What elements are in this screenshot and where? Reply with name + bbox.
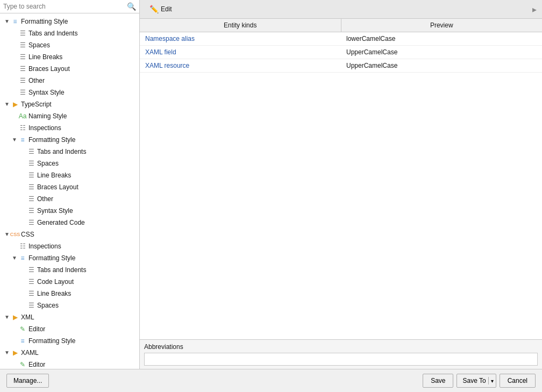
folder-icon: ▶ [11, 348, 19, 357]
folder-icon: ▶ [11, 100, 19, 109]
entity-kind-cell[interactable]: Namespace alias [140, 32, 341, 46]
tree-item-label: Braces Layout [37, 182, 79, 192]
settings-icon: ☰ [27, 171, 35, 180]
arrow-icon: ▼ [3, 99, 11, 109]
tree: ▼ ≡ Formatting Style ☰ Tabs and Indents … [0, 13, 139, 369]
settings-icon: ☰ [27, 206, 35, 215]
cancel-button[interactable]: Cancel [500, 374, 536, 388]
settings-icon: ☰ [27, 266, 35, 274]
arrow-icon: ▼ [3, 348, 11, 358]
settings-icon: ☰ [27, 277, 35, 286]
search-icon: 🔍 [127, 2, 136, 11]
tree-item-spaces-ts[interactable]: ☰ Spaces [0, 158, 139, 169]
settings-icon: ☰ [18, 53, 27, 61]
arrow-icon: ▼ [11, 253, 18, 263]
tree-item-label: Syntax Style [37, 206, 73, 216]
tree-item-label: Line Breaks [28, 52, 62, 62]
search-input[interactable] [3, 3, 125, 10]
tree-item-label: Formatting Style [21, 17, 68, 26]
save-to-label: Save To [462, 377, 486, 384]
tree-item-inspections-css[interactable]: ☷ Inspections [0, 240, 139, 252]
tree-item-other-1[interactable]: ☰ Other [0, 75, 139, 87]
tree-item-tabs-indents-css[interactable]: ☰ Tabs and Indents [0, 264, 139, 276]
tree-item-label: Spaces [28, 40, 50, 50]
tree-item-typescript[interactable]: ▼ ▶ TypeScript [0, 98, 139, 110]
tree-item-label: Editor [28, 360, 45, 369]
table-row[interactable]: Namespace alias lowerCamelCase [140, 32, 542, 46]
settings-icon: ☰ [18, 41, 27, 49]
tree-item-css[interactable]: ▼ CSS CSS [0, 229, 139, 240]
tree-item-label: Line Breaks [37, 289, 71, 298]
settings-icon: ☰ [27, 301, 35, 310]
tree-item-line-breaks-ts[interactable]: ☰ Line Breaks [0, 169, 139, 181]
tree-item-label: Spaces [37, 159, 59, 168]
tree-item-xml[interactable]: ▼ ▶ XML [0, 311, 139, 323]
tree-item-label: Tabs and Indents [37, 147, 86, 156]
tree-item-line-breaks-1[interactable]: ☰ Line Breaks [0, 51, 139, 63]
save-button[interactable]: Save [423, 374, 453, 388]
tree-item-label: XML [21, 312, 34, 322]
tree-item-syntax-style-1[interactable]: ☰ Syntax Style [0, 87, 139, 98]
tree-item-label: Inspections [28, 123, 61, 133]
tree-item-editor-xml[interactable]: ✎ Editor [0, 323, 139, 335]
tree-item-formatting-style-xml[interactable]: ≡ Formatting Style [0, 335, 139, 347]
edit-button[interactable]: ✏️ Edit [145, 3, 176, 15]
entity-kind-cell[interactable]: XAML resource [140, 59, 341, 73]
entity-kind-cell[interactable]: XAML field [140, 46, 341, 59]
format-icon: ≡ [11, 17, 19, 26]
arrow-icon: ▼ [11, 135, 18, 145]
tree-item-label: Generated Code [37, 218, 85, 227]
manage-button[interactable]: Manage... [6, 374, 49, 388]
abbreviations-section: Abbreviations [140, 339, 542, 369]
tree-item-inspections-ts[interactable]: ☷ Inspections [0, 122, 139, 134]
table-container: Entity kinds Preview Namespace alias low… [140, 19, 542, 339]
tree-item-other-ts[interactable]: ☰ Other [0, 193, 139, 205]
tree-item-label: Tabs and Indents [37, 265, 86, 275]
preview-cell: lowerCamelCase [341, 32, 542, 46]
dialog: 🔍 ▼ ≡ Formatting Style ☰ Tabs and Indent… [0, 0, 542, 392]
tree-item-spaces-1[interactable]: ☰ Spaces [0, 39, 139, 51]
tree-item-tabs-indents-1[interactable]: ☰ Tabs and Indents [0, 27, 139, 39]
tree-item-naming-style-ts[interactable]: Aa Naming Style [0, 110, 139, 122]
tree-item-label: TypeScript [21, 99, 52, 109]
left-panel: 🔍 ▼ ≡ Formatting Style ☰ Tabs and Indent… [0, 0, 140, 369]
tree-item-code-layout-css[interactable]: ☰ Code Layout [0, 276, 139, 288]
editor-icon: ✎ [18, 325, 27, 333]
format-icon: ≡ [18, 254, 27, 262]
abbreviations-input[interactable] [144, 353, 538, 366]
abbreviations-label: Abbreviations [144, 343, 538, 351]
collapse-icon: ▸ [532, 4, 537, 15]
save-to-dropdown-arrow[interactable]: ▾ [488, 377, 494, 384]
tree-item-formatting-style-1[interactable]: ▼ ≡ Formatting Style [0, 16, 139, 27]
bottom-bar: Manage... Save Save To ▾ Cancel [0, 369, 542, 392]
tree-item-label: Code Layout [37, 277, 74, 287]
settings-icon: ☰ [18, 65, 27, 73]
save-to-button[interactable]: Save To ▾ [457, 374, 496, 388]
arrow-icon: ▼ [3, 312, 11, 322]
tree-item-label: Inspections [28, 241, 61, 251]
dialog-content: 🔍 ▼ ≡ Formatting Style ☰ Tabs and Indent… [0, 0, 542, 369]
arrow-icon: ▼ [3, 17, 11, 26]
settings-icon: ☰ [18, 76, 27, 85]
tree-item-line-breaks-css[interactable]: ☰ Line Breaks [0, 288, 139, 300]
right-panel: ✏️ Edit ▸ Entity kinds Preview Namespace… [140, 0, 542, 369]
editor-icon: ✎ [18, 360, 27, 369]
tree-item-generated-code-ts[interactable]: ☰ Generated Code [0, 217, 139, 229]
tree-item-braces-layout-ts[interactable]: ☰ Braces Layout [0, 181, 139, 193]
table-row[interactable]: XAML resource UpperCamelCase [140, 59, 542, 73]
css-icon: CSS [11, 230, 19, 239]
tree-item-braces-layout-1[interactable]: ☰ Braces Layout [0, 63, 139, 75]
settings-icon: ☰ [18, 88, 27, 97]
naming-icon: Aa [18, 112, 27, 120]
tree-item-formatting-style-css[interactable]: ▼ ≡ Formatting Style [0, 252, 139, 264]
settings-icon: ☰ [27, 147, 35, 156]
tree-item-tabs-indents-ts[interactable]: ☰ Tabs and Indents [0, 146, 139, 158]
table-row[interactable]: XAML field UpperCamelCase [140, 46, 542, 59]
col-entity-kinds: Entity kinds [140, 19, 341, 32]
tree-item-syntax-style-ts[interactable]: ☰ Syntax Style [0, 205, 139, 217]
tree-item-xaml[interactable]: ▼ ▶ XAML [0, 347, 139, 359]
format-icon: ≡ [18, 136, 27, 144]
tree-item-spaces-css[interactable]: ☰ Spaces [0, 300, 139, 311]
tree-item-formatting-style-ts[interactable]: ▼ ≡ Formatting Style [0, 134, 139, 146]
tree-item-editor-xaml[interactable]: ✎ Editor [0, 359, 139, 369]
